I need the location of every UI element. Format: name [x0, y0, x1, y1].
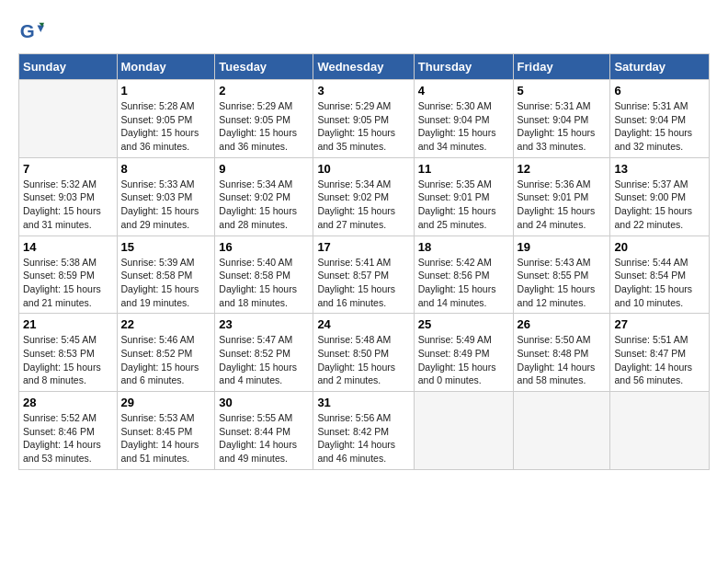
- calendar-cell: 23Sunrise: 5:47 AM Sunset: 8:52 PM Dayli…: [215, 314, 313, 392]
- day-number: 19: [518, 240, 607, 254]
- calendar-cell: 5Sunrise: 5:31 AM Sunset: 9:04 PM Daylig…: [513, 80, 610, 158]
- day-info: Sunrise: 5:35 AM Sunset: 9:01 PM Dayligh…: [418, 178, 509, 232]
- day-info: Sunrise: 5:31 AM Sunset: 9:04 PM Dayligh…: [518, 99, 607, 154]
- calendar-cell: 30Sunrise: 5:55 AM Sunset: 8:44 PM Dayli…: [215, 392, 313, 470]
- calendar-cell: 29Sunrise: 5:53 AM Sunset: 8:45 PM Dayli…: [117, 392, 215, 470]
- day-number: 21: [23, 317, 113, 331]
- logo-icon: G: [18, 18, 44, 44]
- week-row-4: 21Sunrise: 5:45 AM Sunset: 8:53 PM Dayli…: [19, 314, 710, 392]
- calendar-table: SundayMondayTuesdayWednesdayThursdayFrid…: [18, 53, 710, 470]
- calendar-cell: 21Sunrise: 5:45 AM Sunset: 8:53 PM Dayli…: [19, 314, 118, 392]
- header-thursday: Thursday: [414, 54, 513, 80]
- calendar-cell: [513, 392, 610, 470]
- day-number: 1: [121, 84, 211, 98]
- day-info: Sunrise: 5:41 AM Sunset: 8:57 PM Dayligh…: [317, 256, 409, 310]
- day-info: Sunrise: 5:56 AM Sunset: 8:42 PM Dayligh…: [317, 411, 409, 465]
- calendar-cell: 24Sunrise: 5:48 AM Sunset: 8:50 PM Dayli…: [313, 314, 414, 392]
- calendar-cell: [610, 392, 710, 470]
- day-number: 11: [418, 162, 509, 176]
- calendar-cell: 13Sunrise: 5:37 AM Sunset: 9:00 PM Dayli…: [610, 157, 710, 236]
- calendar-cell: 18Sunrise: 5:42 AM Sunset: 8:56 PM Dayli…: [414, 236, 513, 314]
- calendar-cell: 20Sunrise: 5:44 AM Sunset: 8:54 PM Dayli…: [610, 236, 710, 314]
- svg-marker-1: [38, 25, 44, 31]
- week-row-3: 14Sunrise: 5:38 AM Sunset: 8:59 PM Dayli…: [19, 236, 710, 314]
- calendar-cell: 2Sunrise: 5:29 AM Sunset: 9:05 PM Daylig…: [215, 80, 313, 158]
- day-number: 25: [418, 317, 509, 331]
- day-number: 26: [518, 317, 607, 331]
- day-info: Sunrise: 5:43 AM Sunset: 8:55 PM Dayligh…: [518, 256, 607, 310]
- day-info: Sunrise: 5:49 AM Sunset: 8:49 PM Dayligh…: [418, 333, 509, 387]
- day-number: 6: [614, 84, 705, 98]
- calendar-cell: 12Sunrise: 5:36 AM Sunset: 9:01 PM Dayli…: [513, 157, 610, 236]
- logo: G: [18, 18, 48, 44]
- day-info: Sunrise: 5:45 AM Sunset: 8:53 PM Dayligh…: [23, 333, 113, 387]
- day-info: Sunrise: 5:37 AM Sunset: 9:00 PM Dayligh…: [614, 178, 705, 232]
- day-number: 10: [317, 162, 409, 176]
- calendar-cell: 26Sunrise: 5:50 AM Sunset: 8:48 PM Dayli…: [513, 314, 610, 392]
- day-number: 4: [418, 84, 509, 98]
- calendar-cell: 11Sunrise: 5:35 AM Sunset: 9:01 PM Dayli…: [414, 157, 513, 236]
- header-sunday: Sunday: [19, 54, 118, 80]
- calendar-cell: 27Sunrise: 5:51 AM Sunset: 8:47 PM Dayli…: [610, 314, 710, 392]
- day-info: Sunrise: 5:31 AM Sunset: 9:04 PM Dayligh…: [614, 99, 705, 154]
- day-info: Sunrise: 5:53 AM Sunset: 8:45 PM Dayligh…: [121, 411, 211, 465]
- day-number: 15: [121, 240, 211, 254]
- day-number: 20: [614, 240, 705, 254]
- day-info: Sunrise: 5:42 AM Sunset: 8:56 PM Dayligh…: [418, 256, 509, 310]
- day-number: 14: [23, 240, 113, 254]
- day-info: Sunrise: 5:51 AM Sunset: 8:47 PM Dayligh…: [614, 333, 705, 387]
- day-info: Sunrise: 5:50 AM Sunset: 8:48 PM Dayligh…: [518, 333, 607, 387]
- day-info: Sunrise: 5:29 AM Sunset: 9:05 PM Dayligh…: [317, 99, 409, 154]
- day-number: 29: [121, 396, 211, 409]
- calendar-cell: 19Sunrise: 5:43 AM Sunset: 8:55 PM Dayli…: [513, 236, 610, 314]
- day-number: 30: [219, 396, 309, 409]
- day-info: Sunrise: 5:34 AM Sunset: 9:02 PM Dayligh…: [219, 178, 309, 232]
- day-number: 7: [23, 162, 113, 176]
- day-info: Sunrise: 5:34 AM Sunset: 9:02 PM Dayligh…: [317, 178, 409, 232]
- day-number: 24: [317, 317, 409, 331]
- day-number: 16: [219, 240, 309, 254]
- calendar-cell: 9Sunrise: 5:34 AM Sunset: 9:02 PM Daylig…: [215, 157, 313, 236]
- day-info: Sunrise: 5:38 AM Sunset: 8:59 PM Dayligh…: [23, 256, 113, 310]
- calendar-cell: 16Sunrise: 5:40 AM Sunset: 8:58 PM Dayli…: [215, 236, 313, 314]
- day-number: 17: [317, 240, 409, 254]
- day-number: 22: [121, 317, 211, 331]
- calendar-header-row: SundayMondayTuesdayWednesdayThursdayFrid…: [19, 54, 710, 80]
- day-info: Sunrise: 5:32 AM Sunset: 9:03 PM Dayligh…: [23, 178, 113, 232]
- day-info: Sunrise: 5:30 AM Sunset: 9:04 PM Dayligh…: [418, 99, 509, 154]
- calendar-cell: 17Sunrise: 5:41 AM Sunset: 8:57 PM Dayli…: [313, 236, 414, 314]
- day-info: Sunrise: 5:55 AM Sunset: 8:44 PM Dayligh…: [219, 411, 309, 465]
- page-header: G: [18, 18, 710, 44]
- calendar-cell: 8Sunrise: 5:33 AM Sunset: 9:03 PM Daylig…: [117, 157, 215, 236]
- day-number: 12: [518, 162, 607, 176]
- calendar-cell: 7Sunrise: 5:32 AM Sunset: 9:03 PM Daylig…: [19, 157, 118, 236]
- calendar-cell: 6Sunrise: 5:31 AM Sunset: 9:04 PM Daylig…: [610, 80, 710, 158]
- day-info: Sunrise: 5:52 AM Sunset: 8:46 PM Dayligh…: [23, 411, 113, 465]
- day-info: Sunrise: 5:39 AM Sunset: 8:58 PM Dayligh…: [121, 256, 211, 310]
- header-friday: Friday: [513, 54, 610, 80]
- calendar-cell: 31Sunrise: 5:56 AM Sunset: 8:42 PM Dayli…: [313, 392, 414, 470]
- day-info: Sunrise: 5:33 AM Sunset: 9:03 PM Dayligh…: [121, 178, 211, 232]
- day-info: Sunrise: 5:36 AM Sunset: 9:01 PM Dayligh…: [518, 178, 607, 232]
- week-row-1: 1Sunrise: 5:28 AM Sunset: 9:05 PM Daylig…: [19, 80, 710, 158]
- calendar-cell: 4Sunrise: 5:30 AM Sunset: 9:04 PM Daylig…: [414, 80, 513, 158]
- week-row-5: 28Sunrise: 5:52 AM Sunset: 8:46 PM Dayli…: [19, 392, 710, 470]
- day-info: Sunrise: 5:46 AM Sunset: 8:52 PM Dayligh…: [121, 333, 211, 387]
- day-info: Sunrise: 5:29 AM Sunset: 9:05 PM Dayligh…: [219, 99, 309, 154]
- day-info: Sunrise: 5:28 AM Sunset: 9:05 PM Dayligh…: [121, 99, 211, 154]
- header-tuesday: Tuesday: [215, 54, 313, 80]
- calendar-cell: 25Sunrise: 5:49 AM Sunset: 8:49 PM Dayli…: [414, 314, 513, 392]
- calendar-cell: 14Sunrise: 5:38 AM Sunset: 8:59 PM Dayli…: [19, 236, 118, 314]
- day-number: 2: [219, 84, 309, 98]
- day-info: Sunrise: 5:40 AM Sunset: 8:58 PM Dayligh…: [219, 256, 309, 310]
- day-number: 5: [518, 84, 607, 98]
- svg-text:G: G: [20, 20, 35, 41]
- header-wednesday: Wednesday: [313, 54, 414, 80]
- calendar-cell: 15Sunrise: 5:39 AM Sunset: 8:58 PM Dayli…: [117, 236, 215, 314]
- day-info: Sunrise: 5:48 AM Sunset: 8:50 PM Dayligh…: [317, 333, 409, 387]
- day-info: Sunrise: 5:44 AM Sunset: 8:54 PM Dayligh…: [614, 256, 705, 310]
- day-number: 13: [614, 162, 705, 176]
- day-number: 28: [23, 396, 113, 409]
- calendar-cell: [19, 80, 118, 158]
- day-number: 3: [317, 84, 409, 98]
